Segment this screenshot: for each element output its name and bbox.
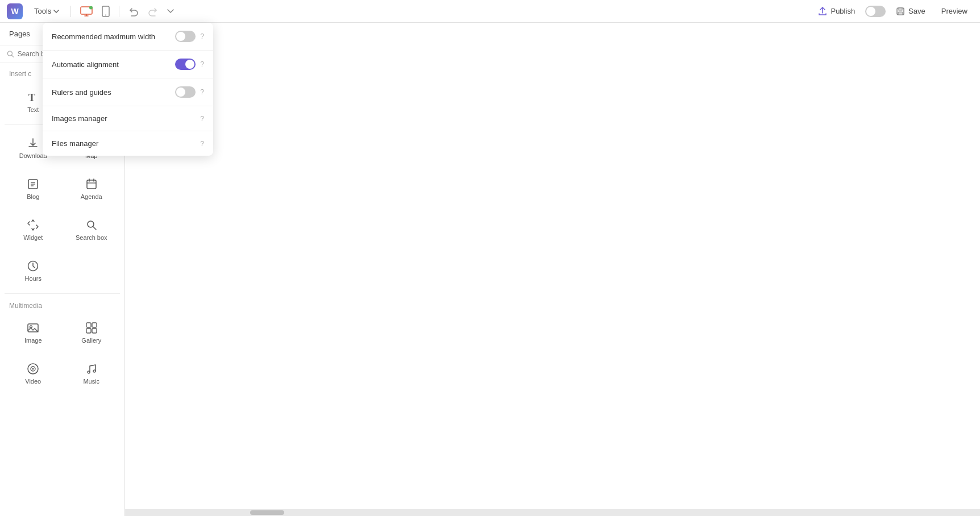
chevron-down-icon: [53, 10, 59, 13]
svg-rect-8: [898, 12, 903, 15]
hours-icon: [26, 259, 40, 273]
sidebar-item-widget[interactable]: Widget: [5, 211, 62, 248]
gallery-icon: [85, 321, 98, 335]
text-icon: T: [26, 90, 40, 104]
sidebar-item-music[interactable]: Music: [63, 355, 121, 392]
tools-dropdown: Recommended maximum width ? Automatic al…: [43, 23, 213, 156]
sidebar-item-hours[interactable]: Hours: [5, 252, 62, 289]
publish-toggle[interactable]: [865, 6, 886, 17]
music-icon: [85, 362, 98, 376]
svg-line-22: [93, 227, 96, 230]
sidebar-item-video[interactable]: Video: [5, 355, 62, 392]
tools-row-right3: ?: [175, 86, 204, 98]
tools-row-rulers: Rulers and guides ?: [43, 78, 213, 106]
redo-icon: [148, 6, 158, 16]
svg-point-32: [32, 368, 34, 370]
tools-row-images-manager[interactable]: Images manager ?: [43, 106, 213, 131]
sidebar-item-search-box[interactable]: Search box: [63, 211, 121, 248]
undo-icon: [128, 6, 139, 16]
tools-row-max-width: Recommended maximum width ?: [43, 23, 213, 51]
grid-image-gallery: Image Gallery: [0, 312, 124, 353]
sidebar-item-agenda[interactable]: Agenda: [63, 170, 121, 207]
horizontal-scrollbar[interactable]: [125, 509, 980, 516]
tools-row-auto-align: Automatic alignment ?: [43, 51, 213, 78]
grid-blog-agenda: Blog Agenda: [0, 168, 124, 209]
save-button[interactable]: Save: [890, 5, 931, 18]
images-manager-help[interactable]: ?: [200, 115, 204, 123]
rulers-toggle[interactable]: [175, 86, 196, 98]
svg-rect-28: [86, 328, 91, 333]
sidebar-item-gallery[interactable]: Gallery: [63, 314, 121, 351]
tools-row-right: ?: [175, 31, 204, 42]
widget-icon: [26, 218, 40, 232]
multimedia-section-title: Multimedia: [0, 296, 124, 312]
svg-rect-26: [86, 323, 91, 327]
separator2: [119, 6, 119, 17]
svg-point-34: [93, 370, 95, 372]
desktop-icon: [80, 6, 93, 16]
grid-hours: Hours: [0, 250, 124, 291]
sidebar-collapse-button[interactable]: [124, 258, 125, 281]
svg-rect-17: [87, 180, 96, 189]
topbar: W Tools: [0, 0, 980, 23]
canvas-area[interactable]: [125, 23, 980, 516]
mobile-icon: [102, 6, 110, 17]
files-manager-help[interactable]: ?: [200, 140, 204, 148]
auto-align-help[interactable]: ?: [200, 60, 204, 68]
more-options-button[interactable]: [165, 7, 176, 16]
app-logo[interactable]: W: [7, 3, 23, 19]
tools-row-right2: ?: [175, 59, 204, 70]
undo-button[interactable]: [126, 4, 141, 19]
max-width-help[interactable]: ?: [200, 32, 204, 40]
rulers-help[interactable]: ?: [200, 88, 204, 96]
sidebar-item-blog[interactable]: Blog: [5, 170, 62, 207]
tools-row-files-manager[interactable]: Files manager ?: [43, 131, 213, 156]
save-icon: [896, 7, 905, 16]
publish-icon: [818, 7, 827, 16]
image-icon: [26, 321, 40, 335]
mobile-view-button[interactable]: [99, 3, 112, 19]
svg-rect-29: [92, 328, 97, 333]
grid-widget-search: Widget Search box: [0, 209, 124, 250]
svg-point-5: [105, 14, 106, 15]
search-box-icon: [85, 218, 98, 232]
search-icon: [7, 50, 14, 58]
svg-rect-7: [899, 8, 902, 10]
tools-menu-button[interactable]: Tools: [30, 5, 64, 18]
agenda-icon: [85, 177, 98, 191]
max-width-toggle[interactable]: [175, 31, 196, 42]
separator: [70, 6, 71, 17]
auto-align-toggle[interactable]: [175, 59, 196, 70]
svg-point-25: [30, 326, 32, 328]
canvas-white-area: [125, 23, 980, 516]
svg-line-10: [12, 55, 14, 57]
publish-button[interactable]: Publish: [812, 5, 861, 18]
svg-rect-27: [92, 323, 97, 327]
topbar-right-actions: Publish Save Preview: [812, 5, 973, 18]
grid-video-music: Video Music: [0, 353, 124, 394]
sidebar-item-image[interactable]: Image: [5, 314, 62, 351]
svg-text:T: T: [28, 92, 35, 103]
desktop-view-button[interactable]: [78, 4, 95, 19]
scrollbar-thumb[interactable]: [250, 510, 284, 515]
redo-button[interactable]: [146, 4, 160, 19]
divider2: [5, 293, 120, 294]
blog-icon: [26, 177, 40, 191]
svg-point-33: [88, 371, 90, 373]
chevron-down-icon2: [167, 9, 174, 14]
preview-button[interactable]: Preview: [936, 5, 973, 18]
download-icon: [26, 136, 40, 150]
video-icon: [26, 362, 40, 376]
